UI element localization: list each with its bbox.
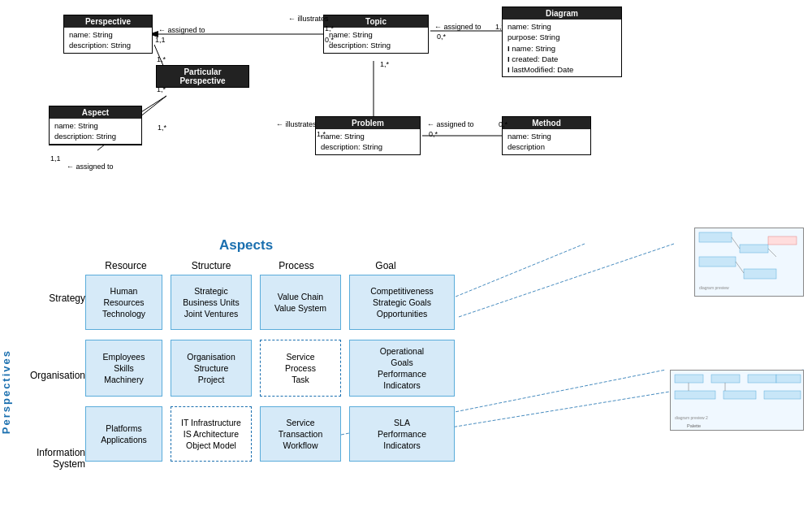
thumbnail-2: diagram preview 2 Palette [670, 370, 804, 431]
mult-0star-method2: 0,* [499, 120, 508, 128]
col-header-goal: Goal [349, 260, 422, 271]
thumbnail-1: diagram preview [694, 228, 804, 297]
col-header-structure: Structure [171, 260, 252, 271]
uml-diagram: Perspective name: Stringdescription: Str… [0, 0, 812, 219]
problem-body: name: Stringdescription: String [316, 129, 420, 154]
svg-text:diagram preview 2: diagram preview 2 [675, 415, 708, 420]
topic-box: Topic name: Stringdescription: String [323, 15, 429, 54]
mult-1star-problem: 1,* [317, 130, 326, 138]
row-label-organisation: Organisation [12, 370, 85, 381]
perspective-header: Perspective [64, 15, 152, 28]
cell-is-process: Service Transaction Workflow [260, 406, 341, 462]
mult-1star-c: 1,* [158, 124, 166, 132]
mult-1star-a: 1,* [157, 55, 166, 63]
cell-org-process: Service Process Task [260, 340, 341, 397]
svg-text:diagram preview: diagram preview [699, 285, 729, 290]
mult-0star-method: 0,* [429, 130, 438, 138]
mult-1star-topic2: 1,* [380, 60, 389, 68]
cell-org-resource: Employees Skills Machinery [85, 340, 162, 397]
col-header-process: Process [260, 260, 333, 271]
row-label-information-system: InformationSystem [12, 447, 85, 470]
cell-is-resource: Platforms Applications [85, 406, 162, 462]
mult-1star-b: 1,* [157, 85, 166, 93]
svg-line-12 [459, 244, 674, 317]
cell-org-structure: Organisation Structure Project [171, 340, 252, 397]
problem-header: Problem [316, 117, 420, 129]
row-label-strategy: Strategy [12, 293, 85, 304]
mult-0star-diagram: 0,* [437, 33, 446, 41]
cell-strategy-goal: Competitiveness Strategic Goals Opportun… [349, 275, 455, 330]
particular-perspective-header: ParticularPerspective [157, 66, 248, 87]
mult-11: 1,1 [155, 36, 166, 44]
topic-header: Topic [324, 15, 428, 28]
svg-rect-28 [675, 391, 715, 399]
diagram-box: Diagram name: Stringpurpose: String I na… [502, 7, 622, 77]
cell-org-goal: Operational Goals Performance Indicators [349, 340, 455, 397]
svg-rect-25 [711, 375, 740, 383]
perspective-box: Perspective name: Stringdescription: Str… [63, 15, 153, 54]
mult-1star-topic: 1,* [325, 24, 334, 33]
mult-11-aspect: 1,1 [50, 154, 61, 163]
svg-rect-16 [740, 245, 768, 253]
method-header: Method [503, 117, 590, 129]
svg-rect-18 [744, 269, 776, 279]
diagram-header: Diagram [503, 7, 621, 20]
cell-strategy-process: Value Chain Value System [260, 275, 341, 330]
svg-rect-19 [768, 236, 797, 245]
svg-rect-30 [764, 391, 801, 399]
svg-text:Palette: Palette [687, 423, 701, 428]
label-assigned-to-method: ← assigned to [427, 120, 474, 128]
aspect-box: Aspect name: Stringdescription: String [49, 106, 142, 145]
svg-line-21 [736, 262, 744, 273]
aspects-title: Aspects [219, 237, 273, 254]
aspect-header: Aspect [50, 106, 141, 119]
method-body: name: Stringdescription [503, 129, 590, 154]
svg-line-20 [732, 237, 740, 249]
svg-rect-26 [748, 375, 776, 383]
svg-rect-15 [699, 232, 732, 242]
thumbnail-2-svg: diagram preview 2 Palette [671, 371, 804, 431]
cell-is-structure: IT Infrastructure IS Architecture Object… [171, 406, 252, 462]
particular-perspective-box: ParticularPerspective [156, 65, 249, 88]
perspectives-vertical-label: Perspectives [0, 349, 13, 434]
cell-strategy-structure: Strategic Business Units Joint Ventures [171, 275, 252, 330]
label-assigned-to-aspect: ← assigned to [67, 163, 114, 171]
perspective-body: name: Stringdescription: String [64, 28, 152, 53]
svg-rect-27 [776, 375, 801, 383]
label-assigned-to-1: ← assigned to [158, 26, 205, 34]
svg-rect-24 [675, 375, 703, 383]
svg-line-22 [768, 249, 776, 257]
cell-is-goal: SLA Performance Indicators [349, 406, 455, 462]
method-box: Method name: Stringdescription [502, 116, 591, 155]
label-assigned-to-diagram: ← assigned to [434, 23, 482, 31]
thumbnail-1-svg: diagram preview [695, 228, 804, 297]
svg-rect-29 [723, 391, 756, 399]
matrix-area: diagram preview diagram preview 2 Palett… [0, 219, 812, 529]
topic-body: name: Stringdescription: String [324, 28, 428, 53]
aspect-body: name: Stringdescription: String [50, 119, 141, 144]
diagram-body: name: Stringpurpose: String I name: Stri… [503, 20, 621, 76]
svg-rect-17 [699, 257, 736, 267]
col-header-resource: Resource [89, 260, 162, 271]
problem-box: Problem name: Stringdescription: String [315, 116, 421, 155]
label-illustrates-topic: ← illustrates [288, 15, 329, 23]
mult-0star-topic: 0,* [325, 36, 334, 44]
cell-strategy-resource: Human Resources Technology [85, 275, 162, 330]
label-illustrates-problem: ← illustrates [276, 120, 317, 128]
